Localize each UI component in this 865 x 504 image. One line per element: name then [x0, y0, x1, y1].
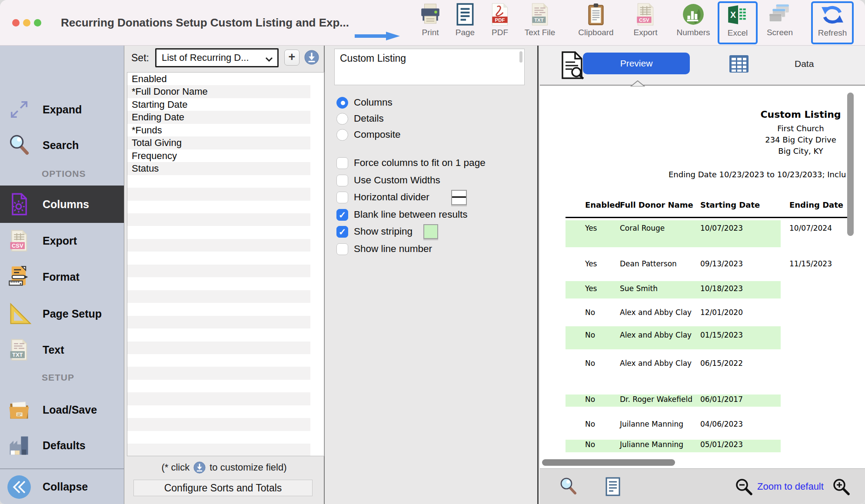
- field-row[interactable]: Enabled: [127, 73, 310, 85]
- cell-ending-date: 10/07/2024: [789, 224, 832, 232]
- txt-file-icon: TXT: [7, 338, 31, 362]
- folder-icon: [7, 398, 31, 422]
- checkbox-icon: [336, 243, 348, 255]
- page-view-icon[interactable]: [604, 477, 622, 496]
- sidebar-item-collapse[interactable]: Collapse: [0, 468, 124, 504]
- field-list-empty-row: [127, 226, 310, 239]
- cell-name: Julianne Manning: [620, 440, 683, 449]
- sidebar-item-text[interactable]: TXT Text: [0, 332, 124, 368]
- close-window-button[interactable]: [12, 19, 20, 27]
- sidebar-item-label: Defaults: [43, 439, 86, 452]
- customize-hint: (* click to customize field): [124, 460, 324, 475]
- field-row[interactable]: *Funds: [127, 124, 310, 136]
- factory-icon: [7, 433, 31, 458]
- sidebar-section-setup: SETUP: [42, 372, 120, 383]
- document-gear-icon: [7, 192, 31, 216]
- radio-columns[interactable]: Columns: [336, 96, 393, 109]
- toolbar-button-text-file[interactable]: TXT Text File: [516, 1, 564, 44]
- cell-name: Juilanne Manning: [620, 420, 683, 428]
- sidebar-item-export[interactable]: CSV Export: [0, 223, 124, 259]
- toolbar-button-export[interactable]: CSV Export: [622, 1, 669, 44]
- checkbox-show-line-number[interactable]: Show line number: [336, 242, 432, 256]
- screen-windows-icon: [768, 3, 792, 26]
- search-icon: [7, 133, 31, 157]
- svg-text:X: X: [730, 10, 736, 20]
- divider-line-icon: [452, 196, 466, 198]
- field-list-empty-row: [127, 380, 310, 392]
- field-row[interactable]: Ending Date: [127, 111, 310, 123]
- table-row: No Dr. Roger Wakefield 06/01/2017: [540, 395, 865, 407]
- field-list-empty-row: [127, 405, 310, 418]
- checkbox-icon: [336, 226, 348, 238]
- zoom-out-icon[interactable]: [735, 477, 753, 496]
- set-select[interactable]: List of Recurring D...: [155, 48, 279, 67]
- table-row: No Alex and Abby Clay 12/01/2020: [540, 298, 865, 326]
- field-list-empty-row: [127, 213, 310, 226]
- tab-data[interactable]: Data: [727, 53, 840, 75]
- radio-label: Columns: [354, 97, 393, 108]
- tab-preview[interactable]: Preview: [583, 53, 690, 74]
- radio-icon: [336, 97, 348, 109]
- horizontal-scrollbar[interactable]: [542, 459, 675, 466]
- toolbar-button-numbers[interactable]: Numbers: [669, 1, 717, 44]
- minimize-window-button[interactable]: [23, 19, 30, 27]
- sidebar-item-expand[interactable]: Expand: [0, 92, 124, 127]
- field-list-empty-row: [127, 201, 310, 213]
- svg-text:CSV: CSV: [639, 17, 649, 23]
- checkbox-show-striping[interactable]: Show striping: [336, 225, 413, 239]
- field-list-empty-row: [127, 431, 310, 444]
- radio-icon: [336, 129, 348, 141]
- sidebar-item-label: Search: [43, 139, 79, 152]
- table-row: No Alex and Abby Clay 06/15/2022: [540, 349, 865, 395]
- preview-header: Preview Data: [540, 46, 865, 86]
- sidebar-item-load-save[interactable]: Load/Save: [0, 392, 124, 428]
- checkbox-force-columns[interactable]: Force columns to fit on 1 page: [336, 156, 486, 170]
- toolbar-button-clipboard[interactable]: Clipboard: [572, 1, 620, 44]
- field-row[interactable]: Starting Date: [127, 98, 310, 111]
- field-list-empty-row: [127, 328, 310, 341]
- cell-starting-date: 10/18/2023: [700, 284, 743, 293]
- toolbar-button-excel[interactable]: X Excel: [718, 1, 758, 44]
- toolbar-button-screen[interactable]: Screen: [756, 1, 804, 44]
- striping-color-swatch[interactable]: [423, 224, 438, 239]
- add-set-button[interactable]: +: [284, 50, 299, 66]
- checkbox-horizontal-divider[interactable]: Horizontal divider: [336, 190, 429, 204]
- checkbox-custom-widths[interactable]: Use Custom Widths: [336, 173, 440, 187]
- vertical-scrollbar[interactable]: [847, 93, 854, 236]
- checkbox-blank-line[interactable]: Blank line between results: [336, 208, 467, 222]
- field-row[interactable]: Frequency: [127, 149, 310, 162]
- zoom-to-default-link[interactable]: Zoom to default: [757, 477, 824, 496]
- field-list-empty-row: [127, 277, 310, 290]
- configure-sorts-totals-button[interactable]: Configure Sorts and Totals: [133, 480, 313, 496]
- table-row: No Alex and Abby Clay 01/15/2023: [540, 326, 865, 349]
- field-row[interactable]: *Full Donor Name: [127, 85, 310, 98]
- zoom-in-icon[interactable]: [832, 477, 850, 496]
- listing-title-input[interactable]: Custom Listing: [334, 49, 525, 85]
- sidebar-item-search[interactable]: Search: [0, 127, 124, 163]
- field-row[interactable]: Status: [127, 162, 310, 175]
- document-magnifier-icon: [560, 51, 585, 80]
- csv-file-icon: CSV: [7, 229, 31, 253]
- cell-enabled: Yes: [585, 259, 597, 268]
- checkbox-icon: [336, 157, 348, 169]
- magnifier-tool-icon[interactable]: [558, 476, 578, 496]
- sidebar-item-format[interactable]: Format: [0, 259, 124, 295]
- field-list-empty-row: [127, 239, 310, 252]
- divider-style-button[interactable]: [451, 190, 467, 205]
- svg-text:CSV: CSV: [12, 242, 23, 249]
- sidebar-item-columns[interactable]: Columns: [0, 186, 124, 223]
- field-row[interactable]: Total Giving: [127, 136, 310, 149]
- toolbar-button-refresh[interactable]: Refresh: [811, 1, 854, 44]
- clipboard-icon: [584, 3, 608, 26]
- checkbox-label: Show line number: [354, 243, 432, 255]
- radio-details[interactable]: Details: [336, 112, 384, 126]
- zoom-window-button[interactable]: [34, 19, 41, 27]
- radio-composite[interactable]: Composite: [336, 128, 401, 142]
- sidebar-item-defaults[interactable]: Defaults: [0, 428, 124, 463]
- cell-name: Dean Patterson: [620, 259, 677, 268]
- sidebar-item-label: Expand: [43, 103, 82, 116]
- customize-field-button[interactable]: [304, 50, 319, 65]
- cell-starting-date: 01/15/2023: [700, 331, 743, 339]
- sidebar-item-page-setup[interactable]: Page Setup: [0, 296, 124, 332]
- report-title: Custom Listing: [675, 109, 865, 120]
